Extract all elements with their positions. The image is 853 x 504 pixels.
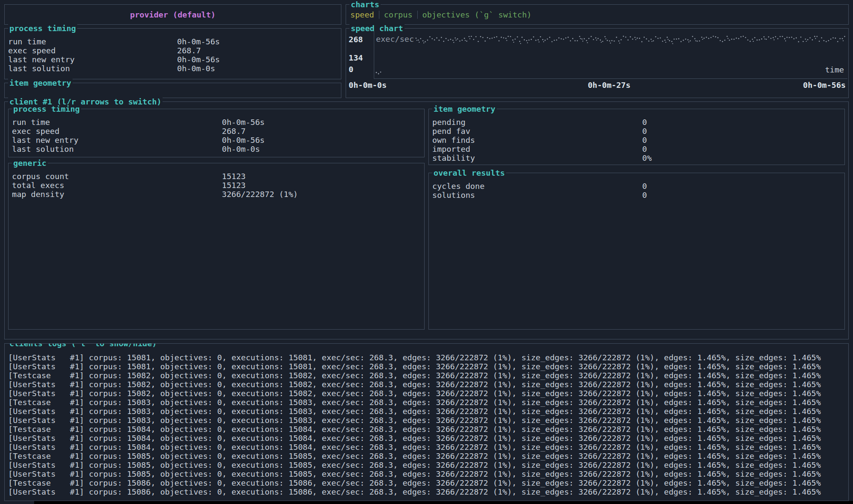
charts-panel-title: charts (349, 0, 381, 9)
client-overall-results-title: overall results (432, 168, 506, 177)
client-panel[interactable]: client #1 (l/r arrows to switch) process… (4, 101, 849, 339)
tab-divider-icon (379, 11, 379, 19)
log-line: [UserStats #1] corpus: 15081, objectives… (8, 353, 845, 362)
stat-row: exec speed 268.7 (9, 127, 424, 136)
stat-row: run time 0h-0m-56s (5, 37, 341, 46)
stat-value: 0h-0m-0s (222, 145, 260, 154)
client-grid: process timing run time 0h-0m-56s exec s… (8, 109, 845, 330)
provider-panel: provider (default) (4, 4, 341, 25)
tab-objectives[interactable]: objectives (`g` switch) (422, 10, 532, 19)
stat-label: map density (12, 190, 222, 199)
tab-corpus[interactable]: corpus (384, 10, 413, 19)
stat-row: last solution 0h-0m-0s (5, 64, 341, 73)
stat-value: 0 (642, 136, 647, 145)
log-line: [UserStats #1] corpus: 15081, objectives… (8, 362, 845, 371)
stat-label: imported (432, 145, 642, 154)
speed-chart-plot-area: exec/sec time (374, 31, 847, 79)
stat-list: run time 0h-0m-56s exec speed 268.7 last… (5, 37, 341, 73)
stat-row: last solution 0h-0m-0s (9, 145, 424, 154)
stat-value: 0 (642, 191, 647, 200)
stat-label: pending (432, 118, 642, 127)
stat-label: pend fav (432, 127, 642, 136)
log-line: [UserStats #1] corpus: 15084, objectives… (8, 434, 845, 443)
tab-divider-icon (417, 11, 418, 19)
log-line: [Testcase #1] corpus: 15085, objectives:… (8, 452, 845, 461)
stat-label: stability (432, 154, 642, 162)
stat-row: total execs 15123 (9, 181, 424, 190)
global-stats-column: process timing run time 0h-0m-56s exec s… (4, 28, 341, 98)
provider-title: provider (default) (130, 10, 215, 19)
log-line: [UserStats #1] corpus: 15085, objectives… (8, 461, 845, 469)
chart-tabs: speed corpus objectives (`g` switch) (346, 10, 532, 19)
client-overall-results-panel: overall results cycles done 0 solutions … (428, 173, 845, 330)
stat-label: last solution (8, 64, 177, 73)
stat-row: own finds 0 (429, 136, 844, 145)
speed-chart-x-axis: 0h-0m-0s 0h-0m-27s 0h-0m-56s (347, 79, 847, 97)
y-tick-min: 0 (349, 65, 353, 74)
log-line: [UserStats #1] corpus: 15083, objectives… (8, 407, 845, 416)
speed-dots-plot (374, 31, 847, 78)
speed-chart-body: 268 134 0 exec/sec time (347, 31, 847, 79)
client-process-timing-panel: process timing run time 0h-0m-56s exec s… (8, 109, 425, 157)
second-row: process timing run time 0h-0m-56s exec s… (4, 28, 849, 98)
stat-row: corpus count 15123 (9, 172, 424, 181)
log-line: [UserStats #1] corpus: 15085, objectives… (8, 469, 845, 478)
x-tick-mid: 0h-0m-27s (588, 81, 630, 90)
stat-value: 0% (642, 154, 652, 162)
client-generic-title: generic (12, 159, 48, 168)
stat-row: map density 3266/222872 (1%) (9, 190, 424, 199)
stat-label: last new entry (12, 136, 222, 145)
client-generic-panel: generic corpus count 15123 total execs 1… (8, 163, 425, 330)
clients-logs-title: clients logs (`t` to show/hide) (8, 343, 158, 348)
y-tick-mid: 134 (349, 53, 363, 62)
stat-value: 0h-0m-56s (177, 37, 220, 46)
log-line: [UserStats #1] corpus: 15084, objectives… (8, 443, 845, 452)
stat-list: corpus count 15123 total execs 15123 map… (9, 172, 424, 199)
stat-row: solutions 0 (429, 191, 844, 200)
y-tick-max: 268 (349, 35, 363, 44)
client-item-geometry-panel: item geometry pending 0 pend fav 0 (428, 109, 845, 165)
stat-row: exec speed 268.7 (5, 46, 341, 55)
top-row: provider (default) charts speed corpus o… (4, 4, 849, 25)
stat-label: total execs (12, 181, 222, 190)
stat-list: pending 0 pend fav 0 own finds 0 (429, 118, 844, 162)
stat-label: exec speed (8, 46, 177, 55)
stat-value: 0h-0m-56s (177, 55, 220, 64)
log-line: [UserStats #1] corpus: 15083, objectives… (8, 416, 845, 425)
stat-value: 0h-0m-56s (222, 136, 265, 145)
speed-chart-panel: speed chart 268 134 0 exec/sec time 0h-0… (346, 28, 849, 98)
log-line: [UserStats #1] corpus: 15082, objectives… (8, 389, 845, 398)
client-left-column: process timing run time 0h-0m-56s exec s… (8, 109, 425, 330)
log-line: [Testcase #1] corpus: 15084, objectives:… (8, 425, 845, 434)
stat-value: 0 (642, 182, 647, 191)
item-geometry-panel: item geometry (4, 83, 341, 98)
stat-row: pending 0 (429, 118, 844, 127)
tab-speed[interactable]: speed (350, 10, 374, 19)
clients-logs-panel[interactable]: clients logs (`t` to show/hide) [UserSta… (4, 343, 849, 501)
stat-label: last solution (12, 145, 222, 154)
log-line: [Testcase #1] corpus: 15082, objectives:… (8, 371, 845, 380)
stat-label: solutions (432, 191, 642, 200)
x-tick-start: 0h-0m-0s (349, 81, 387, 90)
stat-value: 268.7 (177, 46, 201, 55)
stat-list: cycles done 0 solutions 0 (429, 182, 844, 200)
log-line: [UserStats #1] corpus: 15086, objectives… (8, 487, 845, 496)
stat-value: 0 (642, 145, 647, 154)
stat-row: imported 0 (429, 145, 844, 154)
stat-value: 15123 (222, 181, 246, 190)
stat-label: own finds (432, 136, 642, 145)
stat-row: cycles done 0 (429, 182, 844, 191)
bottom-strip (34, 501, 853, 504)
client-item-geometry-title: item geometry (432, 104, 497, 113)
stat-label: last new entry (8, 55, 177, 64)
stat-value: 0h-0m-0s (177, 64, 215, 73)
stat-row: stability 0% (429, 154, 844, 162)
stat-row: run time 0h-0m-56s (9, 118, 424, 127)
x-tick-end: 0h-0m-56s (803, 81, 846, 90)
stat-value: 0h-0m-56s (222, 118, 265, 127)
terminal-screen: provider (default) charts speed corpus o… (0, 0, 853, 504)
speed-chart-y-axis: 268 134 0 (347, 31, 374, 79)
stat-label: corpus count (12, 172, 222, 181)
stat-value: 0 (642, 118, 647, 127)
stat-list: run time 0h-0m-56s exec speed 268.7 last… (9, 118, 424, 154)
